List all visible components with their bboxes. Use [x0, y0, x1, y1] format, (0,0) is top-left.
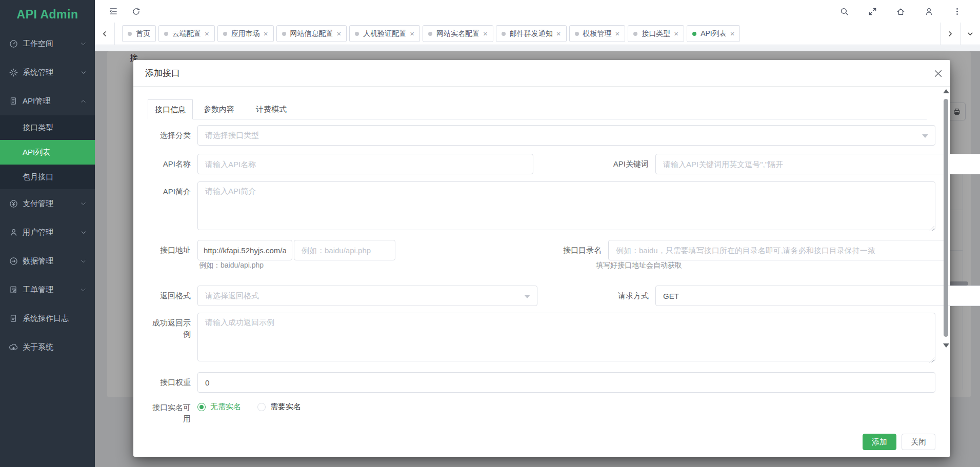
page-tab-app-market[interactable]: 应用市场×: [217, 25, 274, 42]
ticket-icon: [9, 286, 17, 294]
chevron-left-icon: [101, 30, 108, 37]
sidebar-item-system-log[interactable]: 系统操作日志: [0, 304, 95, 333]
sidebar-item-workspace[interactable]: 工作空间: [0, 29, 95, 58]
user-icon[interactable]: [925, 7, 933, 16]
close-tab-icon[interactable]: ×: [205, 30, 209, 37]
page-tab-template-mgmt[interactable]: 模板管理×: [569, 25, 626, 42]
category-select[interactable]: 请选择接口类型: [197, 125, 935, 146]
sidebar-item-api-list[interactable]: API列表: [0, 140, 95, 165]
page-tab-site-realname-config[interactable]: 网站实名配置×: [423, 25, 493, 42]
radio-no-realname[interactable]: 无需实名: [197, 402, 241, 412]
close-tab-icon[interactable]: ×: [556, 30, 561, 37]
sidebar-item-data-mgmt[interactable]: 数据管理: [0, 247, 95, 275]
sidebar-item-ticket-mgmt[interactable]: 工单管理: [0, 275, 95, 304]
sidebar-item-user-mgmt[interactable]: 用户管理: [0, 218, 95, 247]
fullscreen-icon[interactable]: [868, 7, 877, 16]
tab-api-info[interactable]: 接口信息: [148, 99, 193, 119]
user-icon: [9, 228, 18, 237]
page-tab-cloud-config[interactable]: 云端配置×: [158, 25, 215, 42]
sidebar-submenu: 接口类型API列表包月接口: [0, 115, 95, 189]
tab-billing[interactable]: 计费模式: [249, 99, 293, 119]
scroll-up-arrow-icon[interactable]: [943, 89, 949, 93]
chevron-down-icon: [967, 30, 974, 37]
caret-down-icon: [524, 295, 530, 298]
close-button[interactable]: 关闭: [902, 434, 935, 450]
more-icon[interactable]: [953, 7, 962, 16]
page-tab-api-list[interactable]: API列表×: [687, 25, 740, 42]
navbar-right-icons: [840, 7, 980, 16]
request-method-select[interactable]: GET: [655, 286, 980, 306]
close-tab-icon[interactable]: ×: [264, 30, 268, 37]
sidebar-item-api-mgmt[interactable]: API管理: [0, 87, 95, 115]
tabs-scroll-left-button[interactable]: [95, 23, 115, 45]
sidebar-item-payment-mgmt[interactable]: 支付管理: [0, 189, 95, 218]
chevron-down-icon: [80, 200, 87, 207]
close-tab-icon[interactable]: ×: [410, 30, 414, 37]
page-tab-home[interactable]: 首页: [122, 25, 156, 42]
tab-params[interactable]: 参数内容: [197, 99, 241, 119]
close-tab-icon[interactable]: ×: [483, 30, 488, 37]
chevron-up-icon: [80, 98, 87, 105]
page-tabbar: 首页云端配置×应用市场×网站信息配置×人机验证配置×网站实名配置×邮件群发通知×…: [95, 23, 980, 45]
api-intro-textarea[interactable]: [197, 181, 935, 230]
return-format-select[interactable]: 请选择返回格式: [197, 286, 537, 306]
chevron-down-icon: [80, 69, 87, 76]
tabs-scroll-right-button[interactable]: [940, 23, 960, 45]
tab-status-dot: [128, 32, 132, 36]
return-format-label: 返回格式: [148, 286, 197, 306]
scrollbar-thumb[interactable]: [944, 99, 948, 337]
api-name-input[interactable]: [197, 154, 533, 174]
page-tab-site-info-config[interactable]: 网站信息配置×: [276, 25, 347, 42]
tabs-strip: 首页云端配置×应用市场×网站信息配置×人机验证配置×网站实名配置×邮件群发通知×…: [115, 25, 940, 42]
close-tab-icon[interactable]: ×: [730, 30, 735, 37]
api-dir-helper: 填写好接口地址会自动获取: [596, 261, 682, 270]
fold-icon[interactable]: [109, 7, 118, 16]
close-tab-icon[interactable]: ×: [337, 30, 342, 37]
api-keywords-input[interactable]: [655, 154, 980, 174]
dialog-title: 添加接口: [145, 60, 180, 86]
dialog-header: 添加接口: [133, 60, 950, 87]
close-tab-icon[interactable]: ×: [674, 30, 678, 37]
radio-need-realname[interactable]: 需要实名: [257, 402, 301, 412]
add-button[interactable]: 添加: [863, 434, 896, 450]
resize-grip-icon[interactable]: [929, 226, 934, 231]
api-name-label: API名称: [148, 154, 197, 174]
sidebar: API Admin 工作空间系统管理API管理接口类型API列表包月接口支付管理…: [0, 0, 95, 467]
sidebar-item-monthly-api[interactable]: 包月接口: [0, 165, 95, 189]
tab-status-dot: [282, 32, 286, 36]
tab-status-dot: [502, 32, 506, 36]
page-tab-api-type[interactable]: 接口类型×: [628, 25, 684, 42]
refresh-icon[interactable]: [132, 7, 141, 16]
page-tab-email-notify[interactable]: 邮件群发通知×: [496, 25, 567, 42]
tab-status-dot: [164, 32, 168, 36]
search-icon[interactable]: [840, 7, 849, 16]
api-dir-input[interactable]: [608, 240, 946, 260]
tabs-menu-button[interactable]: [960, 23, 980, 45]
dialog-scrollbar[interactable]: [943, 89, 949, 351]
scroll-down-arrow-icon[interactable]: [943, 343, 949, 348]
data-icon: [9, 257, 18, 266]
sidebar-item-system-mgmt[interactable]: 系统管理: [0, 58, 95, 87]
category-label: 选择分类: [148, 125, 197, 146]
page-tab-captcha-config[interactable]: 人机验证配置×: [349, 25, 420, 42]
gear-icon: [9, 68, 18, 77]
close-icon[interactable]: [934, 69, 943, 78]
document-icon: [9, 97, 17, 105]
chevron-down-icon: [80, 40, 87, 47]
success-example-textarea[interactable]: [197, 313, 935, 361]
sidebar-item-about-system[interactable]: 关于系统: [0, 333, 95, 361]
api-url-prefix-input[interactable]: [197, 240, 292, 260]
chevron-down-icon: [80, 229, 87, 236]
weight-input[interactable]: [197, 372, 935, 393]
close-tab-icon[interactable]: ×: [615, 30, 620, 37]
api-url-input[interactable]: [294, 240, 395, 260]
home-icon[interactable]: [896, 7, 905, 16]
chevron-down-icon: [80, 258, 87, 265]
tab-status-dot: [223, 32, 227, 36]
resize-grip-icon[interactable]: [929, 357, 934, 362]
dialog-footer: 添加 关闭: [863, 434, 935, 450]
weight-label: 接口权重: [148, 372, 197, 393]
radio-unselected-icon: [257, 403, 266, 411]
sidebar-item-api-type[interactable]: 接口类型: [0, 115, 95, 140]
api-url-helper: 例如：baidu/api.php: [199, 261, 264, 270]
